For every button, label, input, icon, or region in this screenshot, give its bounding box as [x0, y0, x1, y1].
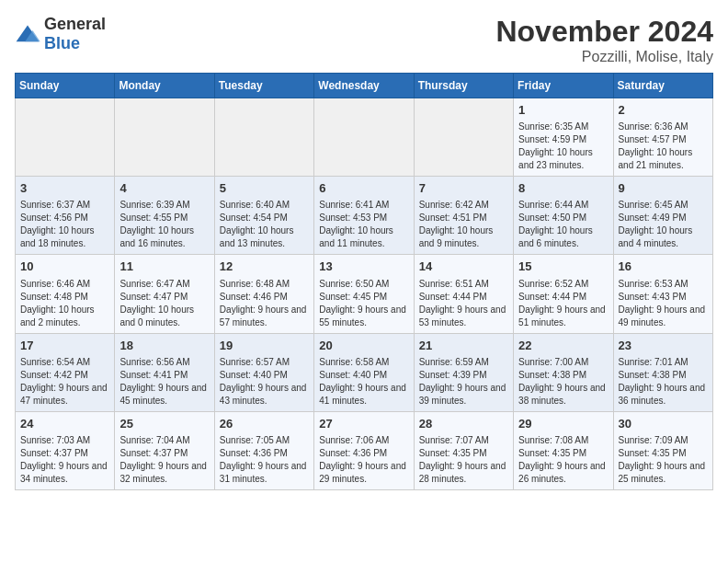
day-info-line: Sunset: 4:38 PM: [518, 369, 608, 382]
day-info-line: Sunrise: 6:36 AM: [619, 121, 708, 133]
day-info-line: Daylight: 9 hours and 28 minutes.: [419, 460, 508, 486]
calendar-cell: 21Sunrise: 6:59 AMSunset: 4:39 PMDayligh…: [414, 333, 513, 411]
calendar-cell: 20Sunrise: 6:58 AMSunset: 4:40 PMDayligh…: [314, 333, 414, 411]
day-number: 27: [319, 416, 408, 432]
calendar-cell: 28Sunrise: 7:07 AMSunset: 4:35 PMDayligh…: [414, 411, 513, 489]
calendar-cell: 4Sunrise: 6:39 AMSunset: 4:55 PMDaylight…: [115, 177, 214, 255]
calendar-cell: 19Sunrise: 6:57 AMSunset: 4:40 PMDayligh…: [214, 333, 313, 411]
calendar-week-row: 3Sunrise: 6:37 AMSunset: 4:56 PMDaylight…: [16, 177, 713, 255]
day-info-line: Sunset: 4:47 PM: [119, 291, 209, 304]
calendar-cell: 3Sunrise: 6:37 AMSunset: 4:56 PMDaylight…: [16, 177, 115, 255]
day-info-line: Sunset: 4:45 PM: [319, 291, 408, 304]
day-info-line: Daylight: 10 hours and 9 minutes.: [419, 224, 508, 250]
day-info-line: Sunrise: 6:47 AM: [119, 278, 209, 291]
day-info-line: Daylight: 10 hours and 4 minutes.: [619, 224, 708, 250]
day-info-line: Sunrise: 6:46 AM: [20, 278, 109, 291]
day-info-line: Sunset: 4:53 PM: [319, 212, 408, 224]
calendar-cell: 1Sunrise: 6:35 AMSunset: 4:59 PMDaylight…: [514, 98, 613, 177]
day-info-line: Sunset: 4:35 PM: [619, 447, 708, 460]
calendar-cell: 23Sunrise: 7:01 AMSunset: 4:38 PMDayligh…: [613, 333, 712, 411]
day-info-line: Sunrise: 6:58 AM: [319, 356, 408, 369]
day-info-line: Daylight: 10 hours and 23 minutes.: [518, 146, 608, 172]
day-info-line: Sunset: 4:50 PM: [518, 212, 608, 224]
day-info-line: Daylight: 9 hours and 45 minutes.: [119, 382, 209, 408]
day-info-line: Daylight: 9 hours and 41 minutes.: [319, 382, 408, 408]
day-info-line: Daylight: 9 hours and 51 minutes.: [518, 304, 608, 329]
day-info-line: Daylight: 9 hours and 57 minutes.: [220, 304, 309, 329]
day-info-line: Sunset: 4:44 PM: [518, 291, 608, 304]
calendar-cell: 25Sunrise: 7:04 AMSunset: 4:37 PMDayligh…: [115, 411, 214, 489]
day-info-line: Sunset: 4:36 PM: [319, 447, 408, 460]
day-info-line: Sunset: 4:51 PM: [419, 212, 508, 224]
weekday-header: Saturday: [613, 74, 712, 98]
day-number: 7: [419, 180, 508, 197]
day-number: 24: [20, 416, 109, 432]
day-info-line: Daylight: 9 hours and 31 minutes.: [220, 460, 309, 486]
day-info-line: Sunset: 4:56 PM: [20, 212, 109, 224]
day-info-line: Daylight: 9 hours and 29 minutes.: [319, 460, 408, 486]
title-area: November 2024 Pozzilli, Molise, Italy: [495, 15, 713, 65]
calendar-cell: 18Sunrise: 6:56 AMSunset: 4:41 PMDayligh…: [115, 333, 214, 411]
calendar: SundayMondayTuesdayWednesdayThursdayFrid…: [15, 73, 713, 490]
day-info-line: Sunrise: 6:59 AM: [419, 356, 508, 369]
day-info-line: Sunrise: 6:56 AM: [119, 356, 209, 369]
day-number: 8: [518, 180, 608, 197]
day-number: 26: [220, 416, 309, 432]
day-info-line: Sunset: 4:37 PM: [20, 447, 109, 460]
calendar-cell: [16, 98, 115, 177]
day-info-line: Daylight: 9 hours and 39 minutes.: [419, 382, 508, 408]
location-title: Pozzilli, Molise, Italy: [495, 49, 713, 65]
day-number: 20: [319, 338, 408, 354]
day-info-line: Sunset: 4:40 PM: [220, 369, 309, 382]
day-info-line: Sunrise: 7:06 AM: [319, 434, 408, 447]
day-info-line: Daylight: 10 hours and 11 minutes.: [319, 224, 408, 250]
day-number: 23: [619, 338, 708, 354]
calendar-cell: 14Sunrise: 6:51 AMSunset: 4:44 PMDayligh…: [414, 255, 513, 333]
day-number: 1: [518, 102, 608, 119]
day-number: 15: [518, 259, 608, 275]
calendar-cell: 30Sunrise: 7:09 AMSunset: 4:35 PMDayligh…: [613, 411, 712, 489]
day-number: 11: [119, 259, 209, 275]
day-number: 2: [619, 102, 708, 119]
month-title: November 2024: [495, 15, 713, 49]
calendar-cell: 24Sunrise: 7:03 AMSunset: 4:37 PMDayligh…: [16, 411, 115, 489]
calendar-week-row: 17Sunrise: 6:54 AMSunset: 4:42 PMDayligh…: [16, 333, 713, 411]
day-info-line: Sunset: 4:35 PM: [518, 447, 608, 460]
day-info-line: Daylight: 10 hours and 13 minutes.: [220, 224, 309, 250]
day-info-line: Sunrise: 7:08 AM: [518, 434, 608, 447]
header: General Blue November 2024 Pozzilli, Mol…: [15, 15, 713, 65]
day-number: 22: [518, 338, 608, 354]
calendar-cell: 7Sunrise: 6:42 AMSunset: 4:51 PMDaylight…: [414, 177, 513, 255]
day-info-line: Sunset: 4:59 PM: [518, 133, 608, 146]
day-number: 25: [119, 416, 209, 432]
day-info-line: Sunset: 4:46 PM: [220, 291, 309, 304]
weekday-header: Wednesday: [314, 74, 414, 98]
day-info-line: Daylight: 10 hours and 21 minutes.: [619, 146, 708, 172]
logo-blue: Blue: [44, 34, 80, 52]
day-info-line: Sunrise: 7:04 AM: [119, 434, 209, 447]
day-info-line: Sunrise: 6:44 AM: [518, 199, 608, 212]
calendar-cell: 9Sunrise: 6:45 AMSunset: 4:49 PMDaylight…: [613, 177, 712, 255]
day-number: 17: [20, 338, 109, 354]
day-info-line: Sunrise: 6:40 AM: [220, 199, 309, 212]
day-info-line: Sunrise: 7:09 AM: [619, 434, 708, 447]
calendar-week-row: 1Sunrise: 6:35 AMSunset: 4:59 PMDaylight…: [16, 98, 713, 177]
calendar-week-row: 24Sunrise: 7:03 AMSunset: 4:37 PMDayligh…: [16, 411, 713, 489]
calendar-cell: [414, 98, 513, 177]
calendar-cell: 5Sunrise: 6:40 AMSunset: 4:54 PMDaylight…: [214, 177, 313, 255]
day-info-line: Sunset: 4:48 PM: [20, 291, 109, 304]
day-info-line: Sunrise: 6:52 AM: [518, 278, 608, 291]
day-number: 12: [220, 259, 309, 275]
calendar-cell: 16Sunrise: 6:53 AMSunset: 4:43 PMDayligh…: [613, 255, 712, 333]
day-info-line: Sunset: 4:44 PM: [419, 291, 508, 304]
calendar-cell: 8Sunrise: 6:44 AMSunset: 4:50 PMDaylight…: [514, 177, 613, 255]
day-info-line: Sunrise: 6:50 AM: [319, 278, 408, 291]
day-info-line: Daylight: 9 hours and 32 minutes.: [119, 460, 209, 486]
day-info-line: Daylight: 9 hours and 38 minutes.: [518, 382, 608, 408]
logo-general: General: [44, 15, 106, 33]
day-info-line: Daylight: 9 hours and 55 minutes.: [319, 304, 408, 329]
day-info-line: Daylight: 9 hours and 49 minutes.: [619, 304, 708, 329]
day-info-line: Daylight: 10 hours and 6 minutes.: [518, 224, 608, 250]
weekday-header: Monday: [115, 74, 214, 98]
day-info-line: Sunrise: 6:54 AM: [20, 356, 109, 369]
